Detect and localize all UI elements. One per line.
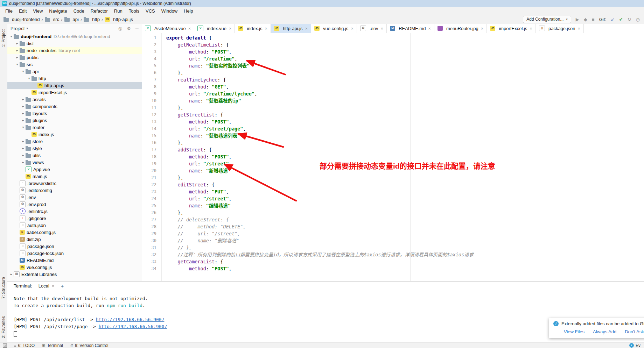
tree-item-browserslistrc[interactable]: ≡.browserslistrc (7, 180, 142, 187)
chevron-collapsed-icon[interactable]: ▸ (15, 49, 20, 52)
tab-env[interactable]: ⚙.env× (357, 24, 387, 33)
tree-item-editorconfig[interactable]: ⚙.editorconfig (7, 187, 142, 194)
code-text[interactable]: name: "编辑巷道" (161, 202, 231, 209)
tree-item-dist-zip[interactable]: zdist.zip (7, 236, 142, 243)
terminal-link[interactable]: http://192.168.66.56:9007 (99, 324, 167, 329)
tree-item-auth-json[interactable]: {}auth.json (7, 222, 142, 229)
code-text[interactable]: method: "POST", (161, 153, 232, 160)
tree-item-components[interactable]: ▸components (7, 103, 142, 110)
hide-panel-icon[interactable]: ─ (135, 26, 139, 31)
tree-item-router[interactable]: ▾router (7, 124, 142, 131)
code-text[interactable]: addStreet: { (161, 146, 212, 153)
code-text[interactable]: getCameraList: { (161, 258, 223, 265)
menu-code[interactable]: Code (70, 8, 88, 14)
run-icon[interactable]: ▶ (576, 17, 579, 22)
chevron-collapsed-icon[interactable]: ▸ (21, 147, 26, 150)
tree-item-external-libraries[interactable]: ▸▤External Libraries (7, 271, 142, 278)
breadcrumb-item-src[interactable]: src (45, 17, 59, 22)
code-text[interactable]: method: "POST", (161, 265, 232, 272)
code-text[interactable]: // }, (161, 244, 192, 251)
history-icon[interactable]: ◷ (636, 17, 640, 22)
code-text[interactable]: method: "POST", (161, 48, 232, 55)
chevron-collapsed-icon[interactable]: ▸ (15, 42, 20, 45)
tree-item-main-js[interactable]: JSmain.js (7, 173, 142, 180)
tab-index-vue[interactable]: Vindex.vue× (194, 24, 235, 33)
tree-item-package-lock-json[interactable]: {}package-lock.json (7, 250, 142, 257)
git-rollback-icon[interactable]: ↻ (628, 17, 631, 22)
menu-window[interactable]: Window (158, 8, 181, 14)
notification-action-don-t-ask-agai[interactable]: Don't Ask Agai (625, 329, 644, 334)
code-text[interactable]: }, (161, 139, 183, 146)
chevron-collapsed-icon[interactable]: ▸ (21, 161, 26, 164)
tree-item-http-api-js[interactable]: JShttp-api.js (7, 82, 142, 89)
menu-refactor[interactable]: Refactor (88, 8, 111, 14)
new-terminal-icon[interactable]: + (61, 283, 64, 289)
code-text[interactable]: url: "/street", (161, 195, 232, 202)
menu-file[interactable]: File (2, 8, 16, 14)
close-tab-icon[interactable]: × (265, 26, 268, 31)
locate-file-icon[interactable]: ◎ (118, 26, 122, 31)
close-tab-icon[interactable]: × (229, 26, 232, 31)
code-text[interactable]: realTimeLychee: { (161, 76, 226, 83)
tree-item-plugins[interactable]: ▸plugins (7, 117, 142, 124)
menu-vcs[interactable]: VCS (142, 8, 158, 14)
code-text[interactable]: method: "GET", (161, 83, 229, 90)
tree-item-env-prod[interactable]: ⚙.env.prod (7, 201, 142, 208)
close-tab-icon[interactable]: × (381, 26, 384, 31)
tool-window-favorites-button[interactable]: 2: Favorites (1, 316, 6, 338)
notification-action-view-files[interactable]: View Files (564, 329, 584, 334)
tree-item-index-js[interactable]: JSindex.js (7, 131, 142, 138)
tab-package-json[interactable]: {}package.json× (536, 24, 584, 33)
tree-item-utils[interactable]: ▸utils (7, 152, 142, 159)
status-6-todo[interactable]: ≡6: TODO (14, 343, 35, 348)
tree-item-assets[interactable]: ▸assets (7, 96, 142, 103)
code-text[interactable]: }, (161, 174, 183, 181)
code-text[interactable]: url: "/realTime", (161, 55, 237, 62)
close-tab-icon[interactable]: × (481, 26, 484, 31)
tab-vue-config-js[interactable]: JSvue.config.js× (311, 24, 357, 33)
menu-view[interactable]: View (30, 8, 46, 14)
close-tab-icon[interactable]: × (578, 26, 581, 31)
stop-icon[interactable]: ■ (592, 17, 595, 22)
chevron-collapsed-icon[interactable]: ▸ (21, 154, 26, 157)
code-text[interactable]: name: "获取巷道列表" (161, 132, 240, 139)
menu-run[interactable]: Run (111, 8, 126, 14)
tree-item-views[interactable]: ▸views (7, 159, 142, 166)
code-text[interactable]: // url: "/street", (161, 230, 240, 237)
chevron-expanded-icon[interactable]: ▾ (27, 77, 31, 80)
tab-readme-md[interactable]: MREADME.md× (387, 24, 434, 33)
git-update-icon[interactable]: ↙ (611, 17, 615, 22)
tree-item-node-modules[interactable]: ▸node_moduleslibrary root (7, 47, 142, 54)
tree-item-readme-md[interactable]: MREADME.md (7, 257, 142, 264)
status-terminal[interactable]: ▣Terminal (42, 343, 63, 348)
project-panel-title[interactable]: Project (10, 26, 24, 31)
tree-item-api[interactable]: ▾api (7, 68, 142, 75)
close-tab-icon[interactable]: × (305, 26, 308, 31)
tab-http-api-js[interactable]: JShttp-api.js× (271, 24, 311, 33)
code-text[interactable]: name: "新增巷道" (161, 167, 231, 174)
breadcrumb-item-api[interactable]: api (64, 17, 79, 22)
code-text[interactable]: // deleteStreet: { (161, 216, 229, 223)
chevron-expanded-icon[interactable]: ▾ (15, 63, 20, 66)
tool-window-structure-button[interactable]: 7: Structure (1, 277, 6, 299)
debug-icon[interactable]: ◆ (584, 17, 587, 22)
chevron-down-icon[interactable]: ▾ (26, 27, 28, 30)
terminal-cursor[interactable] (14, 331, 17, 337)
tab-index-js[interactable]: JSindex.js× (235, 24, 271, 33)
code-text[interactable]: name: "获取荔枝的ip" (161, 97, 241, 104)
tab-menurouter-jpg[interactable]: menuRouter.jpg× (434, 24, 487, 33)
close-tab-icon[interactable]: × (530, 26, 532, 31)
breadcrumb-item-http-api-js[interactable]: JShttp-api.js (105, 17, 133, 22)
close-tab-icon[interactable]: × (351, 26, 354, 31)
tree-item-layouts[interactable]: ▸layouts (7, 110, 142, 117)
chevron-collapsed-icon[interactable]: ▸ (21, 112, 26, 115)
close-icon[interactable]: × (52, 283, 55, 289)
tab-importexcel-js[interactable]: JSimportExcel.js× (487, 24, 536, 33)
chevron-collapsed-icon[interactable]: ▸ (21, 119, 26, 122)
tree-item-package-json[interactable]: {}package.json (7, 243, 142, 250)
tree-item-gitignore[interactable]: ●.gitignore (7, 215, 142, 222)
event-log-icon[interactable]: i (629, 343, 634, 348)
notification-action-always-add[interactable]: Always Add (593, 329, 616, 334)
chevron-collapsed-icon[interactable]: ▸ (21, 140, 26, 143)
code-text[interactable]: url: "/realTime/lychee", (161, 90, 257, 97)
